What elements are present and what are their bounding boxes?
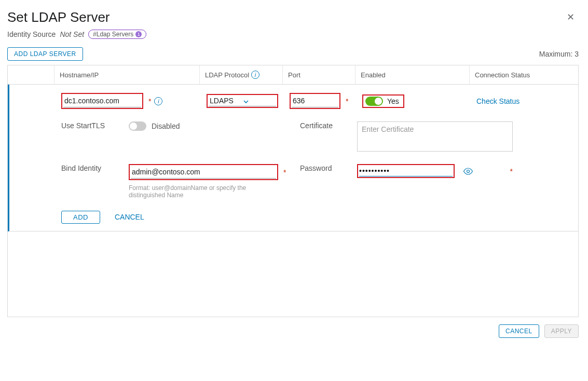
starttls-value: Disabled <box>152 122 180 130</box>
password-input[interactable] <box>359 167 453 175</box>
hostname-input[interactable] <box>63 94 141 107</box>
cancel-button[interactable]: CANCEL <box>499 324 539 338</box>
col-port: Port <box>283 65 355 84</box>
info-icon[interactable]: i <box>154 97 162 105</box>
svg-point-0 <box>467 170 470 172</box>
bind-identity-input[interactable] <box>131 166 276 179</box>
certificate-textarea[interactable]: Enter Certificate <box>357 121 513 152</box>
apply-button: APPLY <box>544 324 579 338</box>
enabled-label: Yes <box>387 97 399 105</box>
eye-icon[interactable] <box>463 168 473 175</box>
required-marker: * <box>148 97 151 105</box>
required-marker: * <box>283 168 286 176</box>
ldap-servers-chip[interactable]: #Ldap Servers 1 <box>88 30 146 39</box>
col-hostname: Hostname/IP <box>54 65 200 84</box>
password-label: Password <box>300 164 332 172</box>
port-input[interactable] <box>292 94 338 107</box>
identity-source-label: Identity Source <box>7 30 56 38</box>
required-marker: * <box>510 167 513 175</box>
starttls-toggle[interactable] <box>129 121 146 131</box>
ldap-servers-grid: Hostname/IP LDAP Protocol i Port Enabled… <box>7 65 579 317</box>
col-connection-status: Connection Status <box>470 65 573 84</box>
chip-count-badge: 1 <box>135 31 142 37</box>
close-icon[interactable]: ✕ <box>563 9 579 25</box>
info-icon[interactable]: i <box>251 71 259 79</box>
ldap-server-edit-row: * i LDAPS <box>8 85 578 232</box>
identity-source-value: Not Set <box>60 30 84 38</box>
certificate-label: Certificate <box>300 121 333 130</box>
col-protocol: LDAP Protocol i <box>200 65 283 84</box>
col-enabled: Enabled <box>355 65 470 84</box>
chip-label: #Ldap Servers <box>93 31 133 38</box>
cancel-row-button[interactable]: CANCEL <box>111 211 148 223</box>
starttls-label: Use StartTLS <box>61 121 105 130</box>
chevron-down-icon <box>242 97 276 105</box>
add-button[interactable]: ADD <box>61 211 100 224</box>
protocol-select[interactable]: LDAPS <box>209 96 276 106</box>
page-title: Set LDAP Server <box>7 9 110 25</box>
required-marker: * <box>346 97 348 105</box>
add-ldap-server-button[interactable]: ADD LDAP SERVER <box>7 47 83 61</box>
enabled-toggle[interactable] <box>365 97 383 106</box>
bind-identity-helper: Format: user@domainName or specify the d… <box>129 184 274 199</box>
protocol-value: LDAPS <box>209 97 242 105</box>
bind-identity-label: Bind Identity <box>61 164 101 172</box>
grid-header: Hostname/IP LDAP Protocol i Port Enabled… <box>8 65 578 85</box>
identity-source-subtitle: Identity Source Not Set #Ldap Servers 1 <box>7 30 579 39</box>
maximum-label: Maximum: 3 <box>539 50 579 58</box>
check-status-link[interactable]: Check Status <box>476 97 519 105</box>
